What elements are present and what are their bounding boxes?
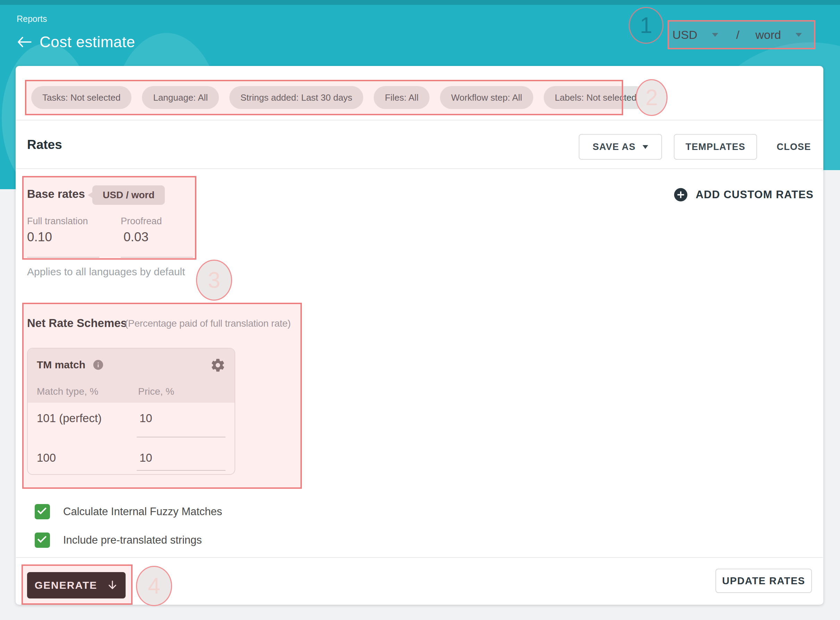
base-rates-title: Base rates (27, 187, 85, 201)
match-type-101: 101 (perfect) (37, 412, 102, 425)
divider (16, 169, 823, 169)
save-as-button[interactable]: SAVE AS (579, 134, 662, 160)
filter-chip-strings-added[interactable]: Strings added: Last 30 days (230, 86, 363, 109)
left-arrow-icon (16, 36, 32, 48)
update-rates-label: UPDATE RATES (722, 575, 805, 587)
base-rates-note: Applies to all languages by default (27, 266, 185, 278)
pretranslated-checkbox[interactable] (35, 533, 50, 548)
unit-select[interactable]: word (755, 28, 802, 42)
net-rate-schemes-subtitle: (Percentage paid of full translation rat… (125, 318, 291, 329)
filter-chip-workflow-step[interactable]: Workflow step: All (440, 86, 533, 109)
fuzzy-matches-option[interactable]: Calculate Internal Fuzzy Matches (35, 504, 222, 519)
divider (16, 120, 823, 120)
pretranslated-option[interactable]: Include pre-translated strings (35, 533, 202, 548)
price-column-header: Price, % (138, 386, 174, 397)
input-underline (121, 257, 193, 257)
add-custom-rates-label: ADD CUSTOM RATES (696, 188, 814, 201)
save-as-label: SAVE AS (592, 141, 636, 152)
divider (16, 557, 823, 558)
background-gap (824, 170, 840, 190)
filter-chips: Tasks: Not selected Language: All String… (31, 86, 647, 109)
tm-match-title: TM match (37, 359, 86, 371)
page-title: Cost estimate (39, 33, 135, 51)
chevron-down-icon (796, 33, 802, 37)
filter-chip-tasks[interactable]: Tasks: Not selected (31, 86, 132, 109)
chevron-down-icon (643, 145, 648, 149)
unit-badge: USD / word (92, 185, 165, 205)
full-translation-input[interactable]: 0.10 (27, 230, 52, 244)
input-underline (137, 437, 225, 437)
cost-estimate-page: Reports Cost estimate USD / word Tasks: … (0, 0, 840, 620)
breadcrumb[interactable]: Reports (16, 14, 47, 24)
gear-icon[interactable] (210, 358, 225, 373)
currency-value: USD (672, 28, 698, 42)
checkmark-icon (38, 505, 46, 514)
net-rate-schemes-title: Net Rate Schemes (27, 317, 127, 330)
match-type-column-header: Match type, % (37, 386, 98, 397)
fuzzy-matches-checkbox[interactable] (35, 504, 50, 519)
price-input-101[interactable]: 10 (140, 412, 152, 425)
fuzzy-matches-label: Calculate Internal Fuzzy Matches (63, 506, 222, 518)
download-arrow-icon (107, 580, 118, 591)
templates-label: TEMPLATES (686, 141, 745, 152)
proofread-label: Proofread (121, 216, 162, 227)
close-button[interactable]: CLOSE (773, 134, 814, 160)
pretranslated-label: Include pre-translated strings (63, 534, 202, 546)
top-strip (0, 0, 840, 5)
input-underline (137, 470, 225, 471)
filter-chip-labels[interactable]: Labels: Not selected (544, 86, 648, 109)
filter-chip-files[interactable]: Files: All (374, 86, 429, 109)
chevron-down-icon (712, 33, 718, 37)
back-button[interactable] (16, 36, 32, 48)
tm-match-card: TM match Match type, % Price, % 101 (per… (27, 348, 235, 475)
checkmark-icon (38, 534, 46, 543)
currency-select[interactable]: USD (672, 28, 718, 42)
rates-section-title: Rates (27, 137, 62, 152)
price-input-100[interactable]: 10 (140, 451, 152, 465)
proofread-input[interactable]: 0.03 (123, 230, 148, 244)
report-unit-controls: USD / word (672, 23, 802, 47)
full-translation-label: Full translation (27, 216, 88, 227)
match-type-100: 100 (37, 451, 56, 465)
input-underline (27, 257, 99, 257)
templates-button[interactable]: TEMPLATES (674, 134, 757, 160)
info-icon[interactable] (92, 359, 104, 371)
plus-circle-icon (673, 187, 689, 203)
generate-button[interactable]: GENERATE (27, 572, 126, 599)
close-label: CLOSE (777, 141, 811, 152)
update-rates-button[interactable]: UPDATE RATES (716, 569, 812, 593)
filter-chip-language[interactable]: Language: All (142, 86, 219, 109)
separator-label: / (736, 28, 740, 42)
title-row: Cost estimate (16, 33, 135, 51)
add-custom-rates-button[interactable]: ADD CUSTOM RATES (673, 187, 814, 203)
unit-value: word (755, 28, 781, 42)
generate-label: GENERATE (35, 579, 97, 591)
